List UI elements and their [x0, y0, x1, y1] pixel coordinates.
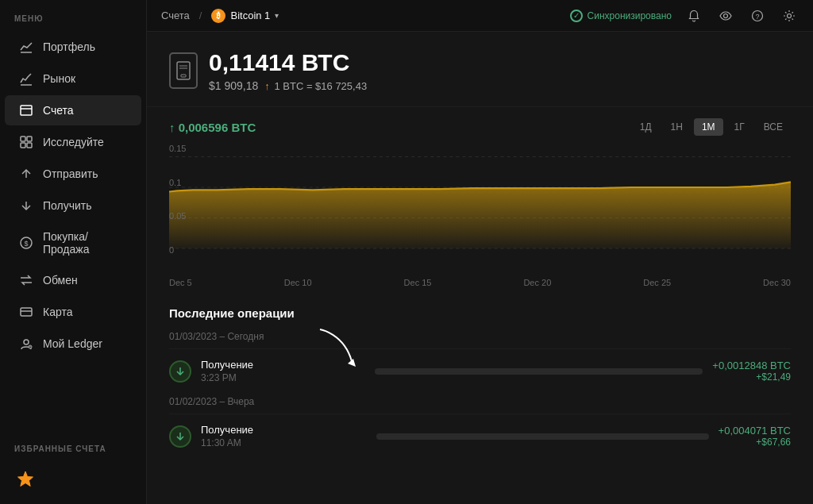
period-all-button[interactable]: ВСЕ	[756, 118, 791, 136]
chart-x-labels: Dec 5 Dec 10 Dec 15 Dec 20 Dec 25 Dec 30	[169, 275, 791, 292]
rate-text: 1 BTC = $16 725,43	[274, 80, 367, 92]
portfolio-icon	[19, 40, 33, 54]
chart-change: ↑ 0,006596 BTC	[169, 121, 256, 134]
breadcrumb-bitcoin[interactable]: ₿ Bitcoin 1 ▾	[211, 9, 279, 23]
gear-icon[interactable]	[780, 6, 799, 25]
x-label-dec25: Dec 25	[643, 278, 671, 287]
rate-info: ↑ 1 BTC = $16 725,43	[264, 80, 367, 92]
tx-amount-btc-1: +0,0012848 BTC	[712, 360, 791, 371]
table-row[interactable]: Получение 11:30 AM +0,004071 BTC +$67,66	[169, 414, 791, 458]
svg-point-12	[24, 340, 29, 344]
sidebar-item-my-ledger[interactable]: Мой Ledger	[5, 329, 141, 359]
tx-receive-icon-1	[169, 360, 191, 383]
tx-receive-icon-2	[169, 425, 191, 448]
tx-amount-btc-2: +0,004071 BTC	[719, 425, 791, 437]
tx-address-bar-2	[376, 433, 708, 440]
svg-rect-10	[21, 308, 32, 316]
breadcrumb-separator: /	[199, 10, 202, 21]
x-label-dec15: Dec 15	[404, 278, 432, 287]
receive-icon	[19, 198, 33, 213]
sidebar-item-portfolio-label: Портфель	[43, 40, 95, 53]
sidebar-item-market[interactable]: Рынок	[5, 63, 141, 94]
tx-amounts-1: +0,0012848 BTC +$21,49	[712, 360, 791, 383]
favorites-star-icon[interactable]	[14, 467, 37, 490]
svg-text:$: $	[24, 240, 28, 248]
eye-icon[interactable]	[716, 6, 735, 25]
sidebar-item-send[interactable]: Отправить	[5, 159, 141, 189]
svg-rect-4	[21, 143, 25, 148]
content: 0,11414 ВТС $1 909,18 ↑ 1 BTC = $16 725,…	[147, 32, 813, 504]
topbar-left: Счета / ₿ Bitcoin 1 ▾	[161, 9, 279, 23]
favorites-label: ИЗБРАННЫЕ СЧЕТА	[0, 430, 146, 461]
tx-name-1: Получение	[201, 359, 365, 371]
svg-marker-14	[18, 471, 33, 487]
breadcrumb-accounts[interactable]: Счета	[161, 10, 190, 21]
sidebar-item-market-label: Рынок	[43, 72, 75, 85]
sidebar-item-portfolio[interactable]: Портфель	[5, 32, 141, 62]
period-1y-button[interactable]: 1Г	[726, 118, 753, 136]
account-header: 0,11414 ВТС $1 909,18 ↑ 1 BTC = $16 725,…	[147, 32, 813, 107]
svg-point-18	[788, 13, 792, 17]
btc-logo-icon: ₿	[211, 9, 225, 23]
period-1d-button[interactable]: 1Д	[632, 118, 660, 136]
tx-amount-usd-2: +$67,66	[719, 437, 791, 448]
sidebar-item-send-label: Отправить	[43, 167, 98, 180]
chart-top: ↑ 0,006596 BTC 1Д 1Н 1М 1Г ВСЕ	[169, 118, 791, 136]
balance-btc: 0,11414 ВТС	[209, 49, 367, 76]
sidebar-item-receive-label: Получить	[43, 199, 92, 212]
svg-text:?: ?	[755, 13, 759, 21]
account-top: 0,11414 ВТС $1 909,18 ↑ 1 BTC = $16 725,…	[169, 49, 791, 92]
period-1w-button[interactable]: 1Н	[663, 118, 691, 136]
topbar-right: ✓ Синхронизировано ?	[570, 6, 799, 25]
transactions-title: Последние операции	[169, 306, 791, 320]
x-label-dec20: Dec 20	[523, 278, 551, 287]
sidebar-item-accounts[interactable]: Счета	[5, 95, 141, 125]
tx-info-2: Получение 11:30 AM	[201, 424, 367, 448]
tx-address-bar-1	[375, 368, 703, 375]
card-icon	[19, 305, 33, 319]
svg-rect-22	[181, 75, 186, 77]
tx-amounts-2: +0,004071 BTC +$67,66	[719, 425, 791, 448]
x-label-dec5: Dec 5	[169, 278, 192, 287]
sidebar-item-buy-sell-label: Покупка/Продажа	[43, 230, 127, 256]
transactions-section: Последние операции 01/03/2023 – Сегодня …	[147, 292, 813, 472]
tx-amount-usd-1: +$21,49	[712, 371, 791, 383]
main-area: Счета / ₿ Bitcoin 1 ▾ ✓ Синхронизировано	[147, 0, 813, 504]
send-icon	[19, 167, 33, 181]
balance-usd: $1 909,18 ↑ 1 BTC = $16 725,43	[209, 79, 367, 92]
chart-wrapper: 0.15 0.1 0.05 0	[169, 144, 791, 275]
chevron-down-icon: ▾	[275, 11, 279, 20]
sidebar-item-accounts-label: Счета	[43, 104, 74, 117]
chart-section: ↑ 0,006596 BTC 1Д 1Н 1М 1Г ВСЕ	[147, 107, 813, 292]
sync-status: ✓ Синхронизировано	[570, 10, 672, 22]
svg-rect-0	[21, 106, 32, 115]
my-ledger-icon	[19, 337, 33, 351]
sync-status-text: Синхронизировано	[588, 10, 672, 21]
period-1m-button[interactable]: 1М	[694, 118, 723, 136]
svg-rect-3	[27, 137, 32, 141]
bell-icon[interactable]	[684, 6, 703, 25]
tx-date-group-2: 01/02/2023 – Вчера	[169, 396, 791, 407]
market-icon	[19, 71, 33, 86]
svg-point-15	[724, 13, 728, 17]
balance-usd-value: $1 909,18	[209, 79, 258, 92]
sidebar-item-my-ledger-label: Мой Ledger	[43, 337, 102, 350]
rate-arrow-icon: ↑	[264, 80, 270, 92]
svg-rect-2	[21, 137, 25, 141]
sidebar-item-card[interactable]: Карта	[5, 297, 141, 327]
accounts-icon	[19, 103, 33, 117]
tx-date-group-1: 01/03/2023 – Сегодня	[169, 331, 791, 342]
question-icon[interactable]: ?	[748, 6, 767, 25]
table-row[interactable]: Получение 3:23 PM +0,0012848 BTC +$21,49	[169, 348, 791, 393]
sync-check-icon: ✓	[570, 10, 583, 22]
sidebar-item-swap[interactable]: Обмен	[5, 265, 141, 295]
buy-sell-icon: $	[19, 236, 33, 250]
sidebar-item-buy-sell[interactable]: $ Покупка/Продажа	[5, 222, 141, 264]
chart-svg	[169, 144, 791, 275]
tx-time-1: 3:23 PM	[201, 372, 365, 383]
svg-rect-5	[27, 143, 32, 148]
x-label-dec30: Dec 30	[763, 278, 791, 287]
sidebar-item-explore-label: Исследуйте	[43, 136, 104, 148]
sidebar-item-explore[interactable]: Исследуйте	[5, 127, 141, 157]
sidebar-item-receive[interactable]: Получить	[5, 190, 141, 221]
